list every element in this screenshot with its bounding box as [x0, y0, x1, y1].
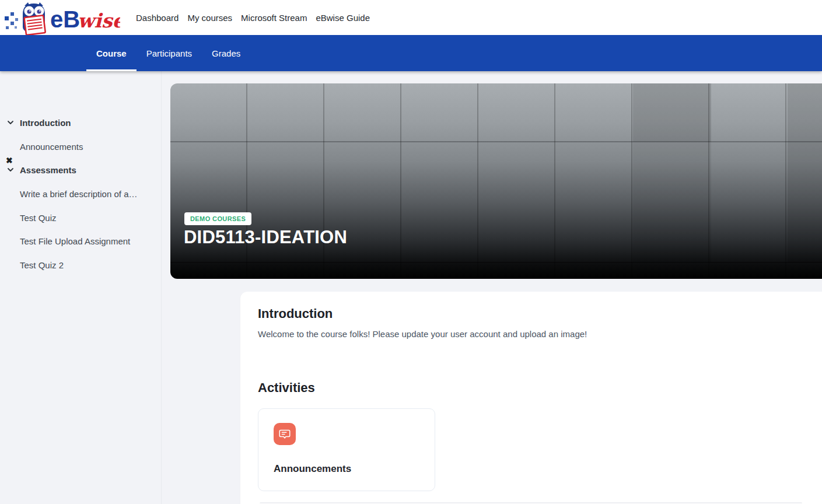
tab-grades[interactable]: Grades	[202, 35, 250, 71]
ebwise-logo[interactable]: eB wise	[4, 1, 120, 35]
tile-seam	[170, 141, 822, 142]
brand-text-script: wise	[78, 9, 120, 32]
sidebar-section-assessments[interactable]: Assessments	[0, 163, 162, 176]
section-heading-activities: Activities	[258, 380, 315, 396]
sidebar-section-label: Introduction	[20, 118, 71, 128]
tile-pattern-decoration	[170, 83, 822, 279]
course-title: DID5113-IDEATION	[184, 227, 347, 248]
sidebar-item-write-description[interactable]: Write a brief description of a…	[0, 187, 162, 200]
tile-shade	[788, 83, 822, 262]
course-hero-banner: DEMO COURSES DID5113-IDEATION	[170, 83, 822, 279]
activity-label: Announcements	[274, 463, 351, 475]
sidebar-item-test-quiz-2[interactable]: Test Quiz 2	[0, 258, 162, 271]
nav-link-my-courses[interactable]: My courses	[187, 9, 232, 26]
logo-pixels-decoration	[5, 12, 18, 29]
chevron-down-icon[interactable]	[6, 166, 15, 174]
tile-shade	[633, 83, 711, 142]
sidebar-section-label: Assessments	[20, 165, 76, 175]
next-section-divider	[260, 502, 802, 503]
tile-seam	[170, 262, 822, 263]
course-navbar: Course Participants Grades	[0, 35, 822, 71]
sidebar-section-introduction[interactable]: Introduction	[0, 116, 162, 129]
top-header: eB wise Dashboard My courses Microsoft S…	[0, 0, 822, 35]
section-heading-introduction: Introduction	[258, 306, 333, 321]
sidebar-item-label: Write a brief description of a…	[20, 189, 137, 199]
nav-link-microsoft-stream[interactable]: Microsoft Stream	[241, 9, 307, 26]
main-content: DEMO COURSES DID5113-IDEATION Introducti…	[162, 71, 822, 504]
course-content-card: Introduction Welcome to the course folks…	[240, 292, 822, 504]
brand-text-bold: eB	[50, 6, 80, 32]
tab-course[interactable]: Course	[86, 35, 137, 71]
sidebar-item-label: Test File Upload Assignment	[20, 236, 130, 246]
page: eB wise Dashboard My courses Microsoft S…	[0, 0, 822, 504]
sidebar-item-label: Announcements	[20, 142, 83, 152]
course-index-sidebar: ✖ Introduction Announcements Assessments…	[0, 71, 162, 504]
activity-card-announcements[interactable]: Announcements	[258, 408, 435, 491]
nav-link-ebwise-guide[interactable]: eBwise Guide	[316, 9, 370, 26]
tab-participants[interactable]: Participants	[137, 35, 202, 71]
welcome-text: Welcome to the course folks! Please upda…	[258, 329, 587, 339]
chevron-down-icon[interactable]	[6, 118, 15, 127]
sidebar-item-test-quiz[interactable]: Test Quiz	[0, 211, 162, 224]
forum-icon	[274, 423, 296, 445]
tile-shade	[633, 142, 711, 262]
sidebar-item-label: Test Quiz 2	[20, 260, 64, 270]
sidebar-item-label: Test Quiz	[20, 213, 57, 223]
sidebar-item-announcements[interactable]: Announcements	[0, 140, 162, 153]
sidebar-item-test-file-upload[interactable]: Test File Upload Assignment	[0, 235, 162, 247]
course-category-badge[interactable]: DEMO COURSES	[184, 212, 251, 225]
book-icon	[24, 15, 45, 35]
top-navigation: Dashboard My courses Microsoft Stream eB…	[136, 0, 370, 35]
nav-link-dashboard[interactable]: Dashboard	[136, 9, 179, 26]
